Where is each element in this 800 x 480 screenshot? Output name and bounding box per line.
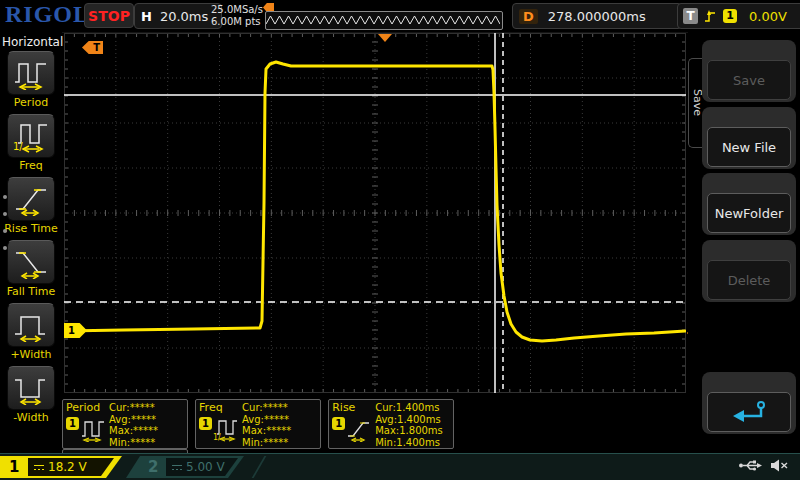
channel2-status[interactable]: 2 5.00 V bbox=[126, 456, 244, 478]
measure-sidebar: Horizontal Period 1/ Freq Rise Time bbox=[0, 32, 62, 453]
sidebar-item-label: Period bbox=[0, 96, 62, 109]
channel2-scale: 5.00 V bbox=[186, 460, 225, 474]
rise-time-icon bbox=[12, 182, 50, 216]
minus-width-icon bbox=[12, 371, 50, 405]
trigger-level-value: 0.00V bbox=[749, 9, 787, 24]
overview-frame bbox=[265, 11, 503, 30]
timebase-value: 20.0ms bbox=[160, 9, 208, 24]
sidebar-item-label: -Width bbox=[0, 411, 62, 424]
channel1-status[interactable]: 1 18.2 V bbox=[0, 456, 122, 478]
new-folder-button[interactable]: NewFolder bbox=[707, 193, 791, 233]
run-state-indicator[interactable]: STOP bbox=[84, 3, 134, 28]
dc-coupling-icon bbox=[172, 464, 182, 471]
plus-width-icon bbox=[12, 308, 50, 342]
delay-label: D bbox=[519, 9, 538, 24]
oscilloscope-screen: { "topbar": { "logo": "RIGOL", "run_stat… bbox=[0, 0, 800, 480]
sidebar-item-label: Fall Time bbox=[0, 285, 62, 298]
sidebar-item-rise-time[interactable]: Rise Time bbox=[0, 177, 62, 235]
sidebar-title: Horizontal bbox=[0, 32, 62, 51]
freq-icon: 1/ bbox=[12, 119, 50, 153]
channel1-scale: 18.2 V bbox=[48, 460, 87, 474]
menu-slot: New File bbox=[702, 107, 796, 169]
save-button[interactable]: Save bbox=[707, 60, 791, 100]
sample-rate: 25.0MSa/s bbox=[211, 4, 263, 16]
sidebar-item-period[interactable]: Period bbox=[0, 51, 62, 109]
usb-icon bbox=[738, 459, 762, 472]
menu-slot: Save bbox=[702, 40, 796, 102]
waveform-display bbox=[64, 33, 686, 393]
fall-time-icon bbox=[12, 245, 50, 279]
acquisition-info: 25.0MSa/s 6.00M pts bbox=[211, 4, 263, 28]
channel-status-bar: 1 18.2 V 2 5.00 V bbox=[0, 453, 800, 480]
trigger-label: T bbox=[683, 8, 698, 24]
sidebar-item-label: +Width bbox=[0, 348, 62, 361]
sidebar-item-label: Freq bbox=[0, 159, 62, 172]
svg-text:1/: 1/ bbox=[213, 433, 221, 442]
measurement-bar: Period 1 Cur:***** Avg:***** Max:***** M… bbox=[62, 399, 582, 451]
sidebar-item-label: Rise Time bbox=[0, 222, 62, 235]
delay-value: 278.000000ms bbox=[548, 9, 646, 24]
trigger-source-badge: 1 bbox=[723, 9, 737, 23]
svg-text:1/: 1/ bbox=[13, 141, 23, 152]
status-separator bbox=[252, 456, 267, 478]
speaker-muted-icon bbox=[770, 459, 788, 472]
period-glyph-icon bbox=[80, 418, 106, 442]
sidebar-item-fall-time[interactable]: Fall Time bbox=[0, 240, 62, 298]
channel-badge: 1 bbox=[332, 417, 345, 430]
menu-slot: NewFolder bbox=[702, 173, 796, 235]
freq-glyph-icon: 1/ bbox=[213, 418, 239, 442]
measurement-rise[interactable]: Rise 1 Cur:1.400ms Avg:1.400ms Max:1.800… bbox=[328, 399, 454, 449]
new-file-button[interactable]: New File bbox=[707, 127, 791, 167]
rise-glyph-icon bbox=[346, 418, 372, 442]
channel-badge: 1 bbox=[66, 417, 79, 430]
horizontal-label: H bbox=[141, 9, 152, 24]
graticule-and-trace bbox=[64, 33, 686, 393]
top-status-bar: RIGOL STOP H 20.0ms 25.0MSa/s 6.00M pts … bbox=[0, 0, 800, 33]
return-arrow-icon bbox=[728, 399, 770, 425]
overview-wave-icon bbox=[266, 12, 500, 27]
measurement-period[interactable]: Period 1 Cur:***** Avg:***** Max:***** M… bbox=[62, 399, 188, 449]
channel-badge: 1 bbox=[199, 417, 212, 430]
memory-depth: 6.00M pts bbox=[211, 16, 263, 28]
dc-coupling-icon bbox=[34, 464, 44, 471]
soft-menu: Save Save New File NewFolder Delete bbox=[688, 32, 800, 453]
menu-page-dots bbox=[3, 195, 7, 263]
delete-button[interactable]: Delete bbox=[707, 260, 791, 300]
menu-slot bbox=[702, 372, 796, 434]
waveform-overview[interactable] bbox=[263, 2, 503, 30]
delay-box[interactable]: D 278.000000ms bbox=[512, 3, 682, 29]
trigger-slope-icon bbox=[704, 8, 717, 24]
menu-slot: Delete bbox=[702, 240, 796, 302]
sidebar-item-freq[interactable]: 1/ Freq bbox=[0, 114, 62, 172]
back-button[interactable] bbox=[707, 392, 791, 432]
rigol-logo: RIGOL bbox=[5, 1, 90, 28]
sidebar-item-plus-width[interactable]: +Width bbox=[0, 303, 62, 361]
trigger-box[interactable]: T 1 0.00V bbox=[677, 3, 800, 29]
period-icon bbox=[12, 56, 50, 90]
sidebar-item-minus-width[interactable]: -Width bbox=[0, 366, 62, 424]
horizontal-timebase-box[interactable]: H 20.0ms bbox=[134, 3, 222, 29]
measurement-freq[interactable]: Freq 1 1/ Cur:***** Avg:***** Max:***** … bbox=[195, 399, 321, 449]
